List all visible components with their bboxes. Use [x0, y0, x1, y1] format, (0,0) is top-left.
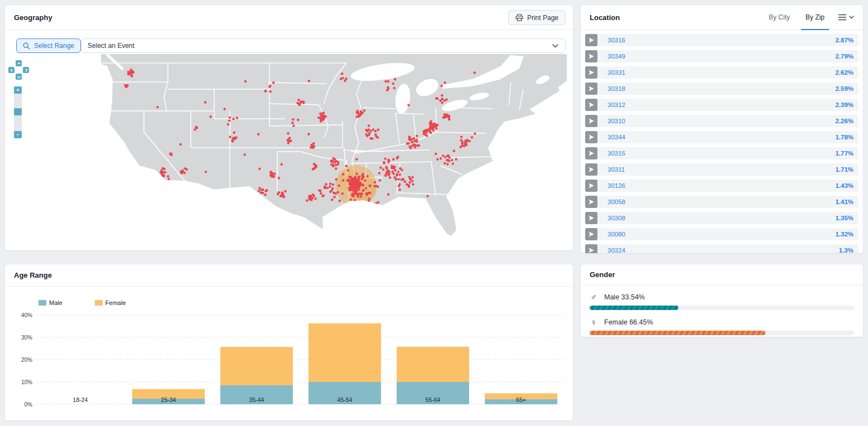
svg-text:40%: 40%	[21, 312, 32, 318]
zip-percentage: 2.59%	[835, 85, 859, 92]
svg-text:55-64: 55-64	[426, 396, 441, 403]
navigate-icon[interactable]	[585, 212, 597, 224]
svg-text:20%: 20%	[21, 357, 32, 363]
male-progress-track	[590, 306, 854, 310]
svg-text:25-34: 25-34	[161, 396, 176, 403]
zip-row[interactable]: 303441.78%	[585, 131, 859, 143]
zip-link[interactable]: 30312	[607, 101, 625, 108]
gender-row-female: ♀ Female 66.45%	[590, 317, 854, 335]
navigate-icon[interactable]	[585, 131, 597, 143]
zip-row[interactable]: 300581.41%	[585, 196, 859, 208]
geography-title: Geography	[14, 13, 52, 22]
chevron-down-icon	[849, 16, 854, 19]
navigate-icon[interactable]	[585, 180, 597, 192]
zip-link[interactable]: 30316	[607, 37, 625, 43]
us-map-canvas[interactable]	[101, 54, 567, 243]
zip-row[interactable]: 303312.62%	[585, 66, 859, 79]
select-range-button[interactable]: Select Range	[16, 38, 81, 53]
zip-row[interactable]: 300801.32%	[585, 228, 859, 240]
zip-link[interactable]: 30344	[607, 134, 625, 141]
pan-down-button[interactable]	[16, 74, 22, 80]
zip-link[interactable]: 30331	[607, 69, 625, 76]
navigate-icon[interactable]	[585, 34, 597, 46]
zip-row[interactable]: 301261.43%	[585, 180, 859, 192]
navigate-icon[interactable]	[585, 196, 597, 208]
search-icon	[23, 42, 30, 50]
print-page-button[interactable]: Print Page	[508, 10, 566, 25]
zip-row[interactable]: 303182.59%	[585, 83, 859, 95]
zip-link[interactable]: 30318	[607, 85, 625, 92]
event-select-value: Select an Event	[88, 42, 134, 50]
navigate-icon[interactable]	[585, 66, 597, 79]
zip-percentage: 2.26%	[835, 118, 859, 124]
zip-link[interactable]: 30324	[607, 247, 625, 254]
zip-row[interactable]: 303151.77%	[585, 147, 859, 159]
pan-up-button[interactable]	[16, 60, 22, 66]
zip-link[interactable]: 30058	[607, 199, 625, 205]
zip-link[interactable]: 30311	[607, 166, 625, 173]
age-chart-legend: Male Female	[5, 287, 573, 308]
zip-row[interactable]: 303492.79%	[585, 50, 859, 62]
zip-row[interactable]: 303241.3%	[585, 244, 859, 254]
zip-link[interactable]: 30349	[607, 53, 625, 60]
left-column: Geography Print Page	[4, 4, 573, 421]
navigate-icon[interactable]	[585, 244, 597, 254]
tab-by-zip[interactable]: By Zip	[798, 5, 832, 30]
pan-right-button[interactable]	[23, 67, 29, 73]
pan-left-button[interactable]	[8, 67, 15, 73]
zip-percentage: 1.3%	[839, 247, 859, 254]
zip-row[interactable]: 303081.35%	[585, 212, 859, 224]
gender-header: Gender	[581, 264, 863, 285]
legend-item-female: Female	[95, 299, 126, 306]
location-title: Location	[590, 13, 620, 22]
right-column: Location By City By Zip	[580, 4, 864, 421]
navigate-icon[interactable]	[585, 50, 597, 62]
age-range-panel: Age Range Male Female 0%10%20%30%40%18-2…	[4, 264, 573, 421]
zip-percentage: 1.35%	[835, 215, 859, 221]
svg-text:10%: 10%	[21, 379, 32, 385]
navigate-icon[interactable]	[585, 163, 597, 176]
navigate-icon[interactable]	[585, 228, 597, 240]
navigate-icon[interactable]	[585, 99, 597, 111]
zip-link[interactable]: 30080	[607, 231, 625, 238]
geography-panel: Geography Print Page	[4, 4, 573, 251]
zip-row[interactable]: 303102.26%	[585, 115, 859, 127]
map-pan-control	[8, 60, 29, 81]
event-select[interactable]: Select an Event	[81, 38, 566, 53]
zip-link[interactable]: 30315	[607, 150, 625, 157]
zoom-slider-handle[interactable]	[14, 108, 22, 115]
zoom-out-button[interactable]: −	[14, 131, 22, 138]
zip-list: 303162.87%303492.79%303312.62%303182.59%…	[581, 30, 863, 254]
location-panel: Location By City By Zip	[580, 4, 864, 254]
zip-link[interactable]: 30308	[607, 215, 625, 221]
navigate-icon[interactable]	[585, 147, 597, 159]
map-land	[101, 54, 567, 236]
navigate-icon[interactable]	[585, 115, 597, 127]
zip-row[interactable]: 303162.87%	[585, 34, 859, 46]
svg-text:45-54: 45-54	[337, 396, 353, 403]
hamburger-icon	[838, 14, 847, 21]
zip-percentage: 1.43%	[835, 182, 859, 189]
gender-body: ♂ Male 33.54% ♀ Female 66.45%	[581, 285, 863, 335]
zip-percentage: 2.39%	[835, 101, 859, 108]
zip-link[interactable]: 30310	[607, 118, 625, 124]
zip-row[interactable]: 303111.71%	[585, 163, 859, 176]
zip-link[interactable]: 30126	[607, 182, 625, 189]
svg-text:18-24: 18-24	[73, 396, 88, 403]
female-legend-label: Female	[105, 299, 126, 306]
zip-percentage: 1.78%	[835, 134, 859, 141]
age-chart-canvas: 0%10%20%30%40%18-2425-3435-4445-5455-646…	[7, 309, 570, 418]
tab-by-city[interactable]: By City	[761, 5, 798, 30]
male-legend-swatch	[38, 300, 46, 306]
svg-text:35-44: 35-44	[249, 396, 264, 403]
zip-row[interactable]: 303122.39%	[585, 99, 859, 111]
zip-percentage: 1.77%	[835, 150, 859, 157]
female-progress-track	[590, 331, 854, 335]
zip-percentage: 2.79%	[835, 53, 859, 60]
gender-title: Gender	[590, 270, 615, 279]
navigate-icon[interactable]	[585, 83, 597, 95]
age-range-title: Age Range	[14, 271, 52, 279]
male-icon: ♂	[590, 292, 597, 302]
zoom-in-button[interactable]: +	[14, 86, 22, 94]
list-options-menu[interactable]	[838, 14, 854, 21]
